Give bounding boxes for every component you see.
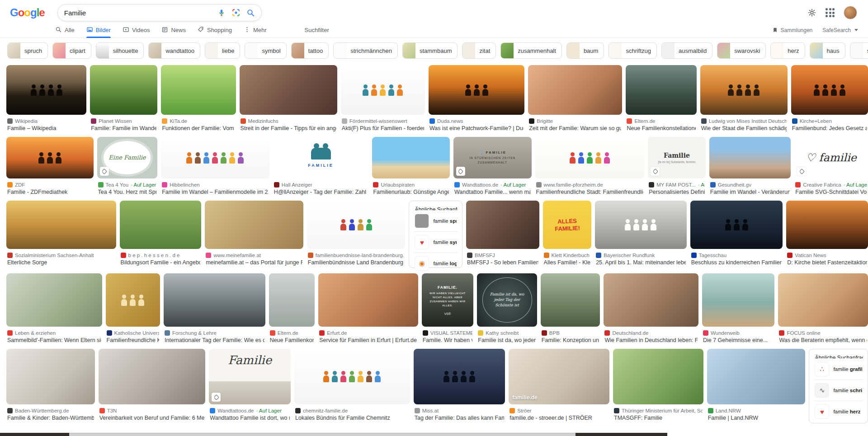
result-title[interactable]: BMFSFJ - So leben Familien in Deutschl.. (467, 259, 538, 266)
image-result[interactable]: www.familie-pforzheim.deFamilienfreundli… (535, 137, 645, 195)
result-thumbnail[interactable] (6, 137, 94, 178)
result-thumbnail[interactable] (307, 201, 406, 249)
result-title[interactable]: Funktionen der Familie: Vom Patriarcha..… (162, 125, 235, 131)
result-title[interactable]: Neue Familienkonstellationen... (270, 337, 314, 343)
result-source[interactable]: www.familie-pforzheim.de (536, 182, 644, 188)
settings-gear-icon[interactable] (807, 8, 816, 17)
result-source[interactable]: Ströer (509, 408, 609, 413)
filter-chip-silhouette[interactable]: silhouette (96, 42, 144, 59)
image-result[interactable]: www.meinefamilie.atmeinefamilie.at – das… (205, 201, 303, 268)
result-title[interactable]: Elterliche Sorge (7, 259, 115, 266)
result-thumbnail[interactable] (161, 137, 269, 178)
result-source[interactable]: Leben & erziehen (7, 330, 101, 336)
result-thumbnail[interactable] (613, 349, 703, 404)
image-result[interactable]: b e p . h e s s e n . d eBildungsort Fam… (120, 201, 202, 268)
result-source[interactable]: Fördermittel-wissenswert (342, 118, 424, 124)
result-source[interactable]: Land.NRW (708, 408, 805, 413)
filter-chip-haus[interactable]: haus (810, 42, 845, 59)
google-logo[interactable]: Google (10, 6, 45, 19)
image-result[interactable]: BMFSFJBMFSFJ - So leben Familien in Deut… (466, 201, 539, 268)
result-title[interactable]: Was ist eine Patchwork-Familie? | Duda.n… (429, 125, 524, 131)
result-source[interactable]: Medizinfuchs (241, 118, 336, 124)
result-source[interactable]: BPB (542, 330, 599, 336)
image-result[interactable]: FAMILIE.WIR HABEN VIELLEICHT NICHT ALLES… (422, 273, 474, 343)
result-title[interactable]: Tea 4 You. Herz mit Spruch Fa... (98, 189, 157, 195)
image-result[interactable]: Gesundheit.gvFamilie im Wandel - Verände… (709, 137, 791, 195)
result-source[interactable]: Thüringer Ministerium für Arbeit, Sozial… (614, 408, 703, 413)
result-title[interactable]: Familienbund: Jedes Gesetz auf Familien-… (792, 125, 867, 131)
image-result[interactable]: Erfurt.deService für Familien in Erfurt … (318, 273, 418, 343)
image-result[interactable]: UrlaubspiratenFamilienurlaub: Günstige A… (372, 137, 450, 195)
search-icon[interactable] (246, 9, 255, 17)
result-source[interactable]: chemnitz-familie.de (295, 408, 409, 413)
filter-chip-swarovski[interactable]: swarovski (717, 42, 766, 59)
result-title[interactable]: Die 7 Geheimnisse eine... (703, 337, 774, 343)
result-thumbnail[interactable] (164, 273, 265, 327)
result-thumbnail[interactable] (626, 65, 696, 115)
result-title[interactable]: Wandtattoo Familie... wenn man auch in .… (454, 189, 531, 195)
sammlungen-button[interactable]: Sammlungen (772, 27, 813, 33)
horizontal-scrollbar[interactable] (0, 433, 667, 436)
image-result[interactable]: MedizinfuchsStreit in der Familie - Tipp… (240, 65, 337, 131)
result-thumbnail[interactable] (90, 65, 157, 115)
result-thumbnail[interactable]: FAMILIE (273, 137, 369, 178)
result-thumbnail[interactable] (372, 137, 450, 178)
result-thumbnail[interactable] (414, 349, 505, 404)
result-source[interactable]: Kirche+Leben (792, 118, 867, 124)
result-source[interactable]: familienbuendnisse-land-brandenburg.de (308, 253, 405, 258)
search-bar[interactable] (57, 4, 262, 21)
result-source[interactable]: Wandtattoos.de · Auf Lager (454, 182, 531, 188)
result-title[interactable]: Wie Familien in Deutschland leben: Fakte… (604, 337, 698, 343)
result-thumbnail[interactable]: Eine Familie (97, 137, 158, 178)
result-thumbnail[interactable] (341, 65, 425, 115)
filter-chip-schriftzug[interactable]: schriftzug (609, 42, 657, 59)
result-thumbnail[interactable] (778, 273, 868, 327)
result-title[interactable]: 25. April bis 1. Mai: miteinander leben.… (596, 259, 686, 266)
result-source[interactable]: Sozialministerium Sachsen-Anhalt (7, 253, 115, 258)
image-result[interactable]: Planet WissenFamilie: Familie im Wandel … (90, 65, 157, 131)
image-result[interactable]: FOCUS onlineWas die Beraterin empfiehlt,… (778, 273, 868, 343)
result-title[interactable]: Familie: Konzeption und Realität | bpb.d… (542, 337, 599, 343)
result-title[interactable]: Familie: Familie im Wandel - Familie ... (91, 125, 156, 131)
tab-alle[interactable]: Alle (55, 23, 75, 38)
result-thumbnail[interactable] (6, 201, 116, 249)
image-result[interactable]: Thüringer Ministerium für Arbeit, Sozial… (613, 349, 703, 423)
result-thumbnail[interactable] (99, 349, 206, 404)
related-search-item[interactable]: ∿familie schriftzug (814, 380, 863, 401)
image-result[interactable]: Land.NRWFamilie | Land.NRW (707, 349, 806, 423)
result-title[interactable]: D: Kirche bietet Fastenzeitaktionen für … (787, 259, 867, 266)
result-thumbnail[interactable]: Familie ist da, wo jeder Tag der Schönst… (477, 273, 537, 327)
result-title[interactable]: Service für Familien in Erfurt | Erfurt.… (319, 337, 417, 343)
result-source[interactable]: Katholische Universität Eic... (107, 330, 160, 336)
image-result[interactable]: Duda.newsWas ist eine Patchwork-Familie?… (429, 65, 524, 131)
result-title[interactable]: Personalisiertes Definition Fa... (649, 189, 705, 195)
result-title[interactable]: Vereinbarkeit von Beruf und Familie: 6 M… (99, 415, 205, 421)
result-thumbnail[interactable] (294, 349, 410, 404)
result-source[interactable]: Planet Wissen (91, 118, 156, 124)
result-title[interactable]: Familie - ZDFmediathek (7, 189, 93, 195)
result-thumbnail[interactable]: Familie[fa·mi·lie] Substantiv, feminin (648, 137, 706, 178)
account-avatar[interactable] (844, 6, 857, 19)
result-title[interactable]: Wie der Staat die Familien schädigt – Lu… (701, 125, 787, 131)
image-result[interactable]: Forschung & LehreInternationaler Tag der… (164, 273, 265, 343)
related-search-item[interactable]: ◉familie logo (414, 253, 458, 274)
result-thumbnail[interactable] (161, 65, 236, 115)
result-thumbnail[interactable]: familie.de (509, 349, 609, 404)
result-source[interactable]: Urlaubspiraten (373, 182, 449, 188)
result-thumbnail[interactable] (240, 65, 337, 115)
image-result[interactable]: ZDFFamilie - ZDFmediathek (6, 137, 94, 195)
result-thumbnail[interactable] (6, 273, 102, 327)
filter-chip-symbol[interactable]: symbol (245, 42, 286, 59)
image-result[interactable]: WikipediaFamilie – Wikipedia (6, 65, 86, 131)
result-thumbnail[interactable] (541, 273, 600, 327)
result-thumbnail[interactable] (700, 65, 788, 115)
image-result[interactable]: chemnitz-familie.deLokales Bündnis für F… (294, 349, 410, 423)
image-result[interactable]: Deutschland.deWie Familien in Deutschlan… (604, 273, 698, 343)
filter-chip-clipart[interactable]: clipart (52, 42, 91, 59)
filter-chip-baum[interactable]: baum (566, 42, 604, 59)
image-result[interactable]: familienbuendnisse-land-brandenburg.deFa… (307, 201, 406, 268)
result-source[interactable]: Brigitte (529, 118, 621, 124)
image-result[interactable]: Familie ist da, wo jeder Tag der Schönst… (477, 273, 537, 343)
image-result[interactable]: TagesschauBeschluss zu kinderreichen Fam… (690, 201, 783, 268)
result-thumbnail[interactable] (466, 201, 539, 249)
